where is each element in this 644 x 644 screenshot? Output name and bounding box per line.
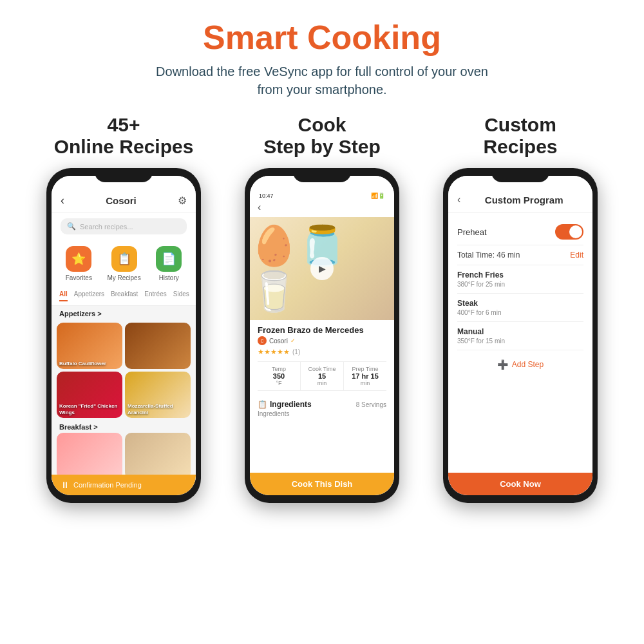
- phone-screen-1: ‹ Cosori ⚙ 🔍 Search recipes...: [52, 176, 196, 495]
- mozzarella-item[interactable]: Mozzarella-Stuffed Arancini: [125, 372, 191, 418]
- toggle-circle: [569, 225, 582, 238]
- ingredients-icon: 📋: [258, 400, 267, 409]
- phone-frame-2: 10:47 📶🔋 ‹ 🥚🫙🥛 ▶: [245, 168, 399, 503]
- my-recipes-label: My Recipes: [107, 274, 140, 281]
- p1-search-area: 🔍 Search recipes...: [52, 213, 196, 240]
- verified-icon: ✓: [290, 337, 296, 344]
- appetizers-grid: Buffalo Cauliflower Korean "Fried" Chick…: [52, 320, 196, 421]
- header-section: Smart Cooking Download the free VeSync a…: [156, 19, 488, 99]
- phone-notch-2: [293, 168, 351, 182]
- p1-title: Cosori: [106, 195, 137, 206]
- p2-stats: Temp 350 °F Cook Time 15 min: [258, 361, 386, 391]
- tab-breakfast[interactable]: Breakfast: [111, 290, 138, 301]
- stat-prep-time: Prep Time 17 hr 15 min: [344, 362, 386, 390]
- phone-frame-1: ‹ Cosori ⚙ 🔍 Search recipes...: [46, 168, 201, 503]
- favorites-icon-item[interactable]: ⭐ Favorites: [66, 246, 92, 281]
- total-time-row: Total Time: 46 min Edit: [457, 245, 583, 265]
- step-manual: Manual 350°F for 15 min: [457, 322, 583, 350]
- confirmation-icon: ⏸: [61, 480, 70, 490]
- korean-chicken-label: Korean "Fried" Chicken Wings: [59, 403, 120, 415]
- my-recipes-icon-item[interactable]: 📋 My Recipes: [107, 246, 140, 281]
- chicken-wings-item-top[interactable]: [125, 323, 191, 369]
- p2-author-row: C Cosori ✓: [258, 336, 386, 345]
- search-box[interactable]: 🔍 Search recipes...: [61, 218, 187, 234]
- prep-time-label: Prep Time: [345, 366, 385, 372]
- preheat-label: Preheat: [457, 227, 487, 237]
- breakfast-item-2[interactable]: [125, 433, 191, 479]
- temp-unit: °F: [259, 380, 299, 386]
- feature-label-1: 45+ Online Recipes: [54, 114, 194, 158]
- cook-this-dish-button[interactable]: Cook This Dish: [250, 473, 394, 495]
- p2-content: Frozen Brazo de Mercedes C Cosori ✓ ★★★★…: [250, 320, 394, 426]
- p1-back-button[interactable]: ‹: [61, 194, 64, 207]
- tab-entrees[interactable]: Entrées: [144, 290, 166, 301]
- temp-value: 350: [259, 372, 299, 380]
- search-icon: 🔍: [67, 222, 76, 231]
- favorites-label: Favorites: [66, 274, 92, 281]
- status-time: 10:47: [259, 193, 274, 199]
- p3-back-button[interactable]: ‹: [457, 194, 460, 205]
- cook-time-value: 15: [302, 372, 342, 380]
- tab-sides[interactable]: Sides: [173, 290, 189, 301]
- p2-food-image: 🥚🫙🥛 ▶: [250, 217, 394, 320]
- history-icon: 📄: [156, 246, 182, 272]
- author-name: Cosori: [269, 337, 288, 345]
- review-count: (1): [292, 348, 300, 355]
- play-button[interactable]: ▶: [310, 257, 334, 280]
- feature-label-2: Cook Step by Step: [263, 114, 381, 158]
- ingredients-row: 📋 Ingredients 8 Servings: [258, 400, 386, 409]
- step-detail-2: 400°F for 6 min: [457, 309, 583, 316]
- step-title-3: Manual: [457, 327, 583, 336]
- star-rating: ★★★★★: [258, 348, 290, 356]
- author-badge: C: [258, 336, 267, 345]
- add-step-button[interactable]: ➕ Add Step: [457, 350, 583, 379]
- edit-button[interactable]: Edit: [570, 251, 583, 260]
- add-step-label: Add Step: [512, 360, 544, 369]
- cook-time-label: Cook Time: [302, 366, 342, 372]
- stat-temp: Temp 350 °F: [258, 362, 301, 390]
- my-recipes-icon: 📋: [111, 246, 137, 272]
- subtitle: Download the free VeSync app for full co…: [156, 62, 488, 99]
- gear-icon[interactable]: ⚙: [178, 194, 187, 207]
- cook-now-button[interactable]: Cook Now: [448, 473, 592, 495]
- step-detail-1: 380°F for 25 min: [457, 281, 583, 288]
- phone-notch-1: [95, 168, 153, 182]
- buffalo-cauliflower-item[interactable]: Buffalo Cauliflower: [57, 323, 122, 369]
- p1-icons-row: ⭐ Favorites 📋 My Recipes 📄 History: [52, 240, 196, 287]
- p3-content: Preheat Total Time: 46 min Edit: [448, 213, 592, 385]
- tab-appetizers[interactable]: Appetizers: [74, 290, 104, 301]
- servings-count: 8 Servings: [356, 401, 386, 408]
- preheat-toggle[interactable]: [555, 224, 583, 240]
- column-custom-recipes: Custom Recipes ‹ Custom Program: [427, 114, 614, 503]
- recipe-title: Frozen Brazo de Mercedes: [258, 325, 386, 335]
- feature-label-3: Custom Recipes: [483, 114, 557, 158]
- cook-time-unit: min: [302, 380, 342, 386]
- phones-section: 45+ Online Recipes ‹ Cosori ⚙ 🔍: [13, 114, 631, 631]
- history-label: History: [159, 274, 179, 281]
- add-step-icon: ➕: [497, 359, 508, 370]
- phone-screen-2: 10:47 📶🔋 ‹ 🥚🫙🥛 ▶: [250, 176, 394, 495]
- temp-label: Temp: [259, 366, 299, 372]
- breakfast-item-1[interactable]: [57, 433, 122, 479]
- p1-tabs: All Appetizers Breakfast Entrées Sides: [52, 287, 196, 306]
- p2-back-button[interactable]: ‹: [258, 202, 261, 213]
- tab-all[interactable]: All: [59, 290, 68, 301]
- column-cook-steps: Cook Step by Step 10:47 📶🔋 ‹: [229, 114, 415, 503]
- korean-chicken-item[interactable]: Korean "Fried" Chicken Wings: [57, 372, 122, 418]
- appetizers-header[interactable]: Appetizers >: [52, 306, 196, 320]
- step-detail-3: 350°F for 15 min: [457, 337, 583, 345]
- breakfast-header[interactable]: Breakfast >: [52, 421, 196, 433]
- confirmation-text: Confirmation Pending: [73, 481, 142, 489]
- column-online-recipes: 45+ Online Recipes ‹ Cosori ⚙ 🔍: [30, 114, 217, 503]
- buffalo-cauliflower-label: Buffalo Cauliflower: [59, 361, 106, 367]
- mozzarella-label: Mozzarella-Stuffed Arancini: [128, 403, 188, 415]
- step-title-1: French Fries: [457, 270, 583, 279]
- p1-bottom-bar[interactable]: ⏸ Confirmation Pending: [52, 475, 196, 495]
- p2-ingredients: 📋 Ingredients 8 Servings Ingredients: [258, 396, 386, 421]
- step-french-fries: French Fries 380°F for 25 min: [457, 265, 583, 294]
- stat-cook-time: Cook Time 15 min: [301, 362, 344, 390]
- main-title: Smart Cooking: [156, 19, 488, 56]
- phone-notch-3: [491, 168, 549, 182]
- history-icon-item[interactable]: 📄 History: [156, 246, 182, 281]
- preheat-row: Preheat: [457, 219, 583, 245]
